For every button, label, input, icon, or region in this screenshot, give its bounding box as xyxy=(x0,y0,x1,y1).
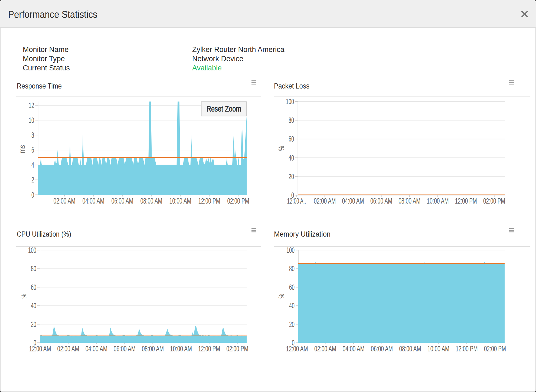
svg-text:02:00 PM: 02:00 PM xyxy=(227,197,249,205)
svg-text:10:00 AM: 10:00 AM xyxy=(170,344,192,353)
svg-text:6: 6 xyxy=(31,146,34,154)
svg-text:08:00 AM: 08:00 AM xyxy=(398,197,420,205)
svg-text:80: 80 xyxy=(289,116,294,125)
svg-text:12:00 A..: 12:00 A.. xyxy=(287,197,306,205)
svg-text:08:00 AM: 08:00 AM xyxy=(142,344,164,353)
svg-text:Memory Utilization: Memory Utilization xyxy=(274,230,331,238)
svg-text:Packet Loss: Packet Loss xyxy=(274,82,309,90)
svg-text:Reset Zoom: Reset Zoom xyxy=(207,104,241,113)
svg-text:02:00 AM: 02:00 AM xyxy=(314,197,336,205)
svg-text:02:00 AM: 02:00 AM xyxy=(54,197,76,205)
svg-text:100: 100 xyxy=(286,246,295,254)
svg-text:12:00 PM: 12:00 PM xyxy=(455,197,477,205)
svg-text:12:00 PM: 12:00 PM xyxy=(456,344,478,353)
svg-text:60: 60 xyxy=(31,283,36,292)
svg-text:10:00 AM: 10:00 AM xyxy=(427,197,449,205)
svg-text:02:00 PM: 02:00 PM xyxy=(483,197,505,205)
svg-text:12:00 PM: 12:00 PM xyxy=(198,197,220,205)
svg-text:12:00 PM: 12:00 PM xyxy=(198,344,220,353)
svg-text:100: 100 xyxy=(286,97,294,106)
svg-text:ms: ms xyxy=(18,145,27,153)
svg-text:12: 12 xyxy=(29,101,34,110)
svg-text:06:00 AM: 06:00 AM xyxy=(112,197,133,205)
svg-text:10:00 AM: 10:00 AM xyxy=(169,197,191,205)
svg-text:06:00 AM: 06:00 AM xyxy=(371,344,393,353)
svg-text:02:00 AM: 02:00 AM xyxy=(314,344,336,353)
svg-text:04:00 AM: 04:00 AM xyxy=(343,344,365,353)
svg-text:04:00 AM: 04:00 AM xyxy=(342,197,364,205)
svg-text:40: 40 xyxy=(289,301,295,310)
svg-text:10:00 AM: 10:00 AM xyxy=(427,344,449,353)
svg-text:12:00 AM: 12:00 AM xyxy=(29,344,51,353)
svg-text:100: 100 xyxy=(28,246,36,254)
svg-text:60: 60 xyxy=(289,283,295,292)
svg-text:06:00 AM: 06:00 AM xyxy=(370,197,392,205)
svg-text:12:00 AM: 12:00 AM xyxy=(286,344,308,353)
svg-text:10: 10 xyxy=(29,116,34,125)
svg-text:02:00 AM: 02:00 AM xyxy=(57,344,79,353)
svg-text:8: 8 xyxy=(31,131,34,139)
svg-text:80: 80 xyxy=(289,264,295,273)
svg-text:40: 40 xyxy=(31,301,36,310)
svg-text:0: 0 xyxy=(31,191,34,199)
svg-text:4: 4 xyxy=(31,161,34,169)
svg-text:08:00 AM: 08:00 AM xyxy=(399,344,421,353)
svg-text:20: 20 xyxy=(31,320,36,329)
svg-text:04:00 AM: 04:00 AM xyxy=(83,197,104,205)
svg-text:40: 40 xyxy=(289,153,294,162)
svg-text:02:00 PM: 02:00 PM xyxy=(484,344,506,353)
svg-text:Response Time: Response Time xyxy=(17,82,62,90)
svg-text:02:00 PM: 02:00 PM xyxy=(226,344,248,353)
svg-text:06:00 AM: 06:00 AM xyxy=(114,344,136,353)
svg-text:%: % xyxy=(19,294,28,299)
svg-text:%: % xyxy=(277,294,286,299)
svg-text:20: 20 xyxy=(289,172,294,181)
svg-text:80: 80 xyxy=(31,264,36,273)
svg-text:CPU Utilization (%): CPU Utilization (%) xyxy=(17,230,71,238)
svg-text:%: % xyxy=(277,146,286,151)
svg-text:2: 2 xyxy=(31,175,34,184)
svg-text:20: 20 xyxy=(289,320,295,329)
svg-text:04:00 AM: 04:00 AM xyxy=(86,344,107,353)
svg-text:08:00 AM: 08:00 AM xyxy=(140,197,162,205)
svg-text:60: 60 xyxy=(289,135,294,143)
